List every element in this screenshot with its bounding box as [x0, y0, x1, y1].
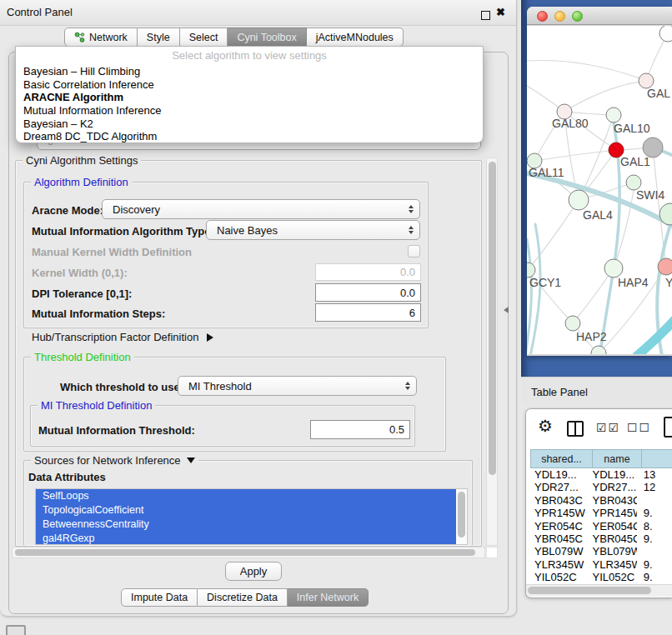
algorithm-option-basic-correlation-inference[interactable]: Basic Correlation Inference — [16, 78, 483, 92]
hub-definition-label: Hub/Transcription Factor Definition — [32, 331, 198, 343]
table-cell — [637, 545, 672, 558]
which-threshold-select[interactable]: MI Threshold — [178, 376, 417, 396]
table-row[interactable]: YIL052CYIL052C9. — [530, 571, 672, 583]
node-label: GAL11 — [529, 166, 564, 179]
data-attributes-label: Data Attributes — [28, 471, 106, 483]
tab-impute-data[interactable]: Impute Data — [121, 588, 198, 607]
table-cell: YBR045C — [530, 532, 590, 545]
unchecked-boxes-icon[interactable]: ☐☐ — [627, 421, 651, 434]
table-cell: YLR345W — [530, 558, 590, 571]
table-horizontal-scrollbar[interactable] — [526, 584, 672, 597]
tab-select[interactable]: Select — [180, 28, 228, 47]
zoom-window-icon[interactable] — [572, 11, 583, 22]
network-graph[interactable]: GALGAL80GAL10GAL1GAL11SWI4GAL4GCY1HAP4YH… — [527, 26, 672, 354]
table-cell: YBR043C — [530, 494, 590, 507]
network-node[interactable] — [659, 26, 672, 42]
algorithm-option-mutual-information-inference[interactable]: Mutual Information Inference — [16, 104, 483, 118]
network-node-y[interactable] — [658, 258, 672, 275]
kernel-width-input[interactable] — [315, 263, 421, 281]
scrollbar-thumb[interactable] — [528, 587, 651, 594]
node-label: GAL10 — [614, 122, 650, 135]
hub-definition-expander[interactable]: Hub/Transcription Factor Definition — [32, 331, 213, 343]
mi-type-label: Mutual Information Algorithm Type: — [32, 225, 214, 238]
table-row[interactable]: YPR145WYPR145W9. — [530, 507, 672, 519]
gear-icon[interactable]: ⚙ — [538, 416, 553, 436]
mi-steps-input[interactable] — [315, 303, 421, 322]
table-row[interactable]: YBR045CYBR045C9. — [530, 532, 672, 545]
algorithm-option-bayesian-hill-climbing[interactable]: Bayesian – Hill Climbing — [16, 65, 483, 78]
table-panel-header: Table Panel — [521, 377, 672, 405]
network-icon — [74, 32, 85, 42]
close-window-icon[interactable] — [537, 11, 548, 22]
algorithm-select-prompt[interactable]: Select algorithm to view settings — [16, 47, 483, 65]
table-row[interactable]: YLR345WYLR345W9. — [530, 558, 672, 571]
apply-button[interactable]: Apply — [225, 562, 282, 581]
table-panel-window: ⚙☑☑☐☐ shared...name YDL19...YDL19...13YD… — [525, 408, 672, 598]
table-row[interactable]: YBR043CYBR043C — [530, 494, 672, 507]
network-node-hap2[interactable] — [565, 316, 580, 331]
list-scrollbar[interactable] — [456, 489, 467, 544]
network-node-gal4[interactable] — [569, 190, 589, 210]
tab-infer-network[interactable]: Infer Network — [288, 588, 369, 607]
tab-style[interactable]: Style — [138, 28, 180, 47]
column-header-shared[interactable]: shared... — [530, 449, 593, 468]
table-cell: YER054C — [530, 520, 590, 532]
table-row[interactable]: YER054CYER054C8. — [530, 520, 672, 532]
data-attribute-item[interactable]: SelfLoops — [36, 489, 456, 503]
tab-jactivemnodules[interactable]: jActiveMNodules — [307, 28, 404, 47]
float-window-icon[interactable] — [481, 11, 490, 20]
node-label: GAL1 — [620, 155, 650, 168]
table-cell: 8. — [637, 520, 672, 532]
table-row[interactable]: YBL079WYBL079W — [530, 545, 672, 558]
mi-algorithm-type-select[interactable]: Naive Bayes — [206, 220, 420, 240]
scrollbar-thumb[interactable] — [15, 549, 475, 556]
node-label: HAP2 — [576, 330, 607, 343]
dpi-tolerance-input[interactable] — [315, 283, 421, 302]
data-attribute-item[interactable]: gal4RGexp — [36, 532, 456, 545]
page-icon[interactable] — [664, 417, 672, 438]
network-edge — [527, 61, 646, 82]
table-row[interactable]: YDR27...YDR27...12 — [530, 481, 672, 493]
split-columns-icon[interactable] — [567, 421, 584, 437]
aracne-mode-select[interactable]: Discovery — [102, 199, 420, 219]
network-canvas[interactable]: GALGAL80GAL10GAL1GAL11SWI4GAL4GCY1HAP4YH… — [527, 26, 672, 354]
manual-kernel-checkbox[interactable] — [408, 245, 420, 258]
panel-title: Control Panel — [7, 6, 73, 18]
kernel-width-label: Kernel Width (0,1): — [32, 267, 128, 279]
scrollbar-thumb[interactable] — [458, 492, 465, 538]
table-cell: YDR27... — [530, 481, 590, 493]
tab-cyni-toolbox[interactable]: Cyni Toolbox — [228, 28, 306, 47]
close-panel-icon[interactable]: ✖ — [496, 6, 505, 18]
group-title: MI Threshold Definition — [38, 399, 155, 412]
stepper-arrows-icon — [409, 226, 414, 234]
settings-horizontal-scrollbar[interactable] — [12, 547, 485, 558]
scrollbar-thumb[interactable] — [489, 162, 496, 475]
panel-splitter-collapse-icon[interactable] — [504, 307, 509, 313]
data-attribute-item[interactable]: BetweennessCentrality — [36, 518, 456, 532]
minimize-window-icon[interactable] — [554, 11, 565, 22]
tab-discretize-data[interactable]: Discretize Data — [198, 588, 288, 607]
table-cell: YDR27... — [590, 481, 637, 493]
aracne-mode-label: Aracne Mode: — [32, 204, 103, 217]
table-row[interactable]: YDL19...YDL19...13 — [530, 468, 672, 481]
network-edge — [528, 200, 579, 270]
tab-network[interactable]: Network — [64, 28, 138, 47]
tab-label: Style — [147, 32, 170, 43]
table-cell: YPR145W — [530, 507, 590, 519]
data-attributes-list[interactable]: SelfLoopsTopologicalCoefficientBetweenne… — [35, 488, 468, 545]
mi-threshold-input[interactable] — [310, 420, 410, 439]
column-header-extra[interactable] — [642, 449, 672, 468]
data-attribute-item[interactable]: TopologicalCoefficient — [36, 503, 456, 518]
algorithm-option-bayesian-k2[interactable]: Bayesian – K2 — [16, 118, 483, 131]
settings-vertical-scrollbar[interactable] — [486, 158, 498, 546]
network-node[interactable] — [591, 346, 606, 354]
minimized-panel-icon[interactable] — [6, 625, 26, 635]
network-node-gal10[interactable] — [606, 108, 621, 122]
column-header-name[interactable]: name — [593, 449, 642, 468]
network-window-titlebar[interactable] — [527, 7, 672, 25]
algorithm-option-dream8-dc-tdc-algorithm[interactable]: Dream8 DC_TDC Algorithm — [16, 130, 483, 143]
network-node-hap4[interactable] — [604, 259, 623, 278]
checked-boxes-icon[interactable]: ☑☑ — [596, 421, 620, 434]
algorithm-option-aracne-algorithm[interactable]: ARACNE Algorithm — [16, 91, 483, 104]
sources-expander[interactable]: Sources for Network Inference — [31, 454, 198, 467]
